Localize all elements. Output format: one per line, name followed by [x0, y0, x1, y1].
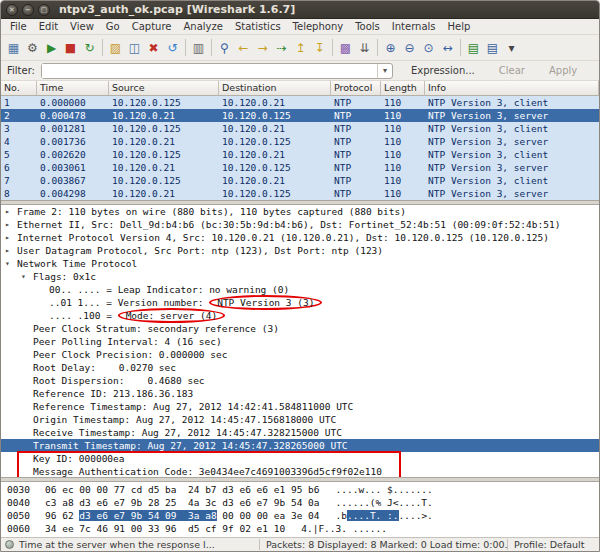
- save-as-button[interactable]: ◫: [125, 37, 144, 58]
- open-file-button[interactable]: ▨: [106, 37, 125, 58]
- packet-row[interactable]: 40.00173610.120.0.2110.120.0.125NTP110NT…: [1, 135, 599, 148]
- menu-item-help[interactable]: Help: [442, 20, 477, 33]
- expander-expanded-icon[interactable]: ▾: [21, 272, 33, 281]
- packet-cell-source: 10.120.0.125: [109, 148, 219, 161]
- menu-item-statistics[interactable]: Statistics: [229, 20, 287, 33]
- go-to-packet-button[interactable]: ⇢: [272, 37, 291, 58]
- reload-button[interactable]: ↺: [163, 37, 182, 58]
- menu-item-analyze[interactable]: Analyze: [177, 20, 228, 33]
- maximize-button[interactable]: ▢: [38, 4, 50, 16]
- minimize-button[interactable]: −: [22, 4, 34, 16]
- menu-item-edit[interactable]: Edit: [33, 20, 64, 33]
- detail-line[interactable]: Peer Polling Interval: 4 (16 sec): [1, 335, 599, 348]
- expander-collapsed-icon[interactable]: ▸: [5, 207, 17, 216]
- column-header-time[interactable]: Time: [37, 81, 109, 96]
- detail-line[interactable]: ▸Frame 2: 110 bytes on wire (880 bits), …: [1, 205, 599, 218]
- hex-row[interactable]: 005096 62 d3 e6 e7 9b 54 09 3a a8 00 00 …: [7, 510, 599, 523]
- detail-line[interactable]: Root Dispersion: 0.4680 sec: [1, 374, 599, 387]
- zoom-out-button[interactable]: ⊖: [400, 37, 419, 58]
- column-header-length[interactable]: Length: [381, 81, 425, 96]
- column-header-source[interactable]: Source: [109, 81, 219, 96]
- detail-line[interactable]: Reference ID: 213.186.36.183: [1, 387, 599, 400]
- colorize-button[interactable]: ▩: [336, 37, 355, 58]
- go-back-button[interactable]: ←: [234, 37, 253, 58]
- clear-button[interactable]: Clear: [499, 65, 525, 76]
- expander-collapsed-icon[interactable]: ▸: [5, 246, 17, 255]
- detail-line[interactable]: ▸User Datagram Protocol, Src Port: ntp (…: [1, 244, 599, 257]
- go-to-bottom-button[interactable]: ↧: [310, 37, 329, 58]
- capture-options-button[interactable]: ⚙: [23, 37, 42, 58]
- detail-line[interactable]: Receive Timestamp: Aug 27, 2012 14:45:47…: [1, 426, 599, 439]
- close-button[interactable]: ✕: [6, 4, 18, 16]
- expander-expanded-icon[interactable]: ▾: [5, 259, 17, 268]
- column-header-info[interactable]: Info: [425, 81, 599, 96]
- auto-scroll-button[interactable]: ⇊: [355, 37, 374, 58]
- packet-cell-protocol: NTP: [331, 135, 381, 148]
- filter-dropdown-button[interactable]: ▾: [377, 64, 392, 78]
- packet-row[interactable]: 50.00262010.120.0.12510.120.0.21NTP110NT…: [1, 148, 599, 161]
- detail-line[interactable]: Message Authentication Code: 3e0434ee7c4…: [1, 465, 599, 478]
- status-profile[interactable]: Profile: Default: [507, 539, 599, 550]
- packet-row[interactable]: 80.00429810.120.0.2110.120.0.125NTP110NT…: [1, 187, 599, 200]
- menu-item-capture[interactable]: Capture: [126, 20, 178, 33]
- menu-item-tools[interactable]: Tools: [349, 20, 386, 33]
- display-filters-button[interactable]: ▤: [483, 37, 502, 58]
- apply-button[interactable]: Apply: [549, 65, 577, 76]
- hex-row[interactable]: 006034 ee 7c 46 91 00 33 96 d5 cf 9f 02 …: [7, 523, 599, 536]
- menu-item-file[interactable]: File: [4, 20, 33, 33]
- list-interfaces-button[interactable]: ▦: [4, 37, 23, 58]
- detail-line[interactable]: Peer Clock Stratum: secondary reference …: [1, 322, 599, 335]
- packet-row[interactable]: 20.00047810.120.0.2110.120.0.125NTP110NT…: [1, 109, 599, 122]
- zoom-in-button[interactable]: ⊕: [381, 37, 400, 58]
- detail-line[interactable]: 00.. .... = Leap Indicator: no warning (…: [1, 283, 599, 296]
- go-forward-button[interactable]: →: [253, 37, 272, 58]
- menu-item-telephony[interactable]: Telephony: [287, 20, 350, 33]
- detail-line[interactable]: Reference Timestamp: Aug 27, 2012 14:42:…: [1, 400, 599, 413]
- capture-filters-button[interactable]: ▤: [464, 37, 483, 58]
- filter-input[interactable]: [42, 64, 377, 78]
- column-header-protocol[interactable]: Protocol: [331, 81, 381, 96]
- expander-collapsed-icon[interactable]: ▸: [5, 220, 17, 229]
- close-file-button[interactable]: ✖: [144, 37, 163, 58]
- detail-line[interactable]: Key ID: 000000ea: [1, 452, 599, 465]
- detail-line[interactable]: ..01 1... = Version number: NTP Version …: [1, 296, 599, 309]
- detail-line[interactable]: .... .100 = Mode: server (4): [1, 309, 599, 322]
- detail-line[interactable]: Root Delay: 0.0270 sec: [1, 361, 599, 374]
- detail-line[interactable]: ▾Flags: 0x1c: [1, 270, 599, 283]
- packet-row[interactable]: 60.00306110.120.0.2110.120.0.125NTP110NT…: [1, 161, 599, 174]
- packet-cell-destination: 10.120.0.21: [219, 148, 331, 161]
- packet-row[interactable]: 30.00128110.120.0.12510.120.0.21NTP110NT…: [1, 122, 599, 135]
- hex-row[interactable]: 003006 ec 00 00 77 cd d5 ba 24 b7 d3 e6 …: [7, 484, 599, 497]
- hex-row[interactable]: 0040c3 a8 d3 e6 e7 9b 28 25 4a 3c d3 e6 …: [7, 497, 599, 510]
- packet-cell-protocol: NTP: [331, 122, 381, 135]
- start-capture-button[interactable]: ▶: [42, 37, 61, 58]
- expert-info-icon[interactable]: [5, 540, 14, 549]
- detail-line[interactable]: ▸Ethernet II, Src: Dell_9d:b4:b6 (bc:30:…: [1, 218, 599, 231]
- column-header-no[interactable]: No.: [1, 81, 37, 96]
- resize-columns-icon: ↔: [442, 41, 452, 55]
- resize-columns-button[interactable]: ↔: [438, 37, 457, 58]
- stop-capture-button[interactable]: ■: [61, 37, 80, 58]
- find-packet-button[interactable]: ⚲: [215, 37, 234, 58]
- packet-row[interactable]: 70.00386710.120.0.12510.120.0.21NTP110NT…: [1, 174, 599, 187]
- detail-line[interactable]: Origin Timestamp: Aug 27, 2012 14:45:47.…: [1, 413, 599, 426]
- detail-line[interactable]: Transmit Timestamp: Aug 27, 2012 14:45:4…: [1, 439, 599, 452]
- packet-row[interactable]: 10.00000010.120.0.12510.120.0.21NTP110NT…: [1, 96, 599, 109]
- zoom-normal-icon: ⊙: [423, 41, 433, 55]
- column-header-destination[interactable]: Destination: [219, 81, 331, 96]
- detail-line[interactable]: Peer Clock Precision: 0.000000 sec: [1, 348, 599, 361]
- expression-button[interactable]: Expression...: [411, 65, 475, 76]
- restart-capture-button[interactable]: ↻: [80, 37, 99, 58]
- menu-item-view[interactable]: View: [64, 20, 100, 33]
- detail-line[interactable]: ▸Internet Protocol Version 4, Src: 10.12…: [1, 231, 599, 244]
- toolbar-overflow-button[interactable]: ▾: [502, 37, 521, 58]
- expander-collapsed-icon[interactable]: ▸: [5, 233, 17, 242]
- packet-list-pane: No.TimeSourceDestinationProtocolLengthIn…: [1, 81, 599, 201]
- title-bar[interactable]: ✕ − ▢ ntpv3_auth_ok.pcap [Wireshark 1.6.…: [1, 1, 599, 19]
- detail-line[interactable]: ▾Network Time Protocol: [1, 257, 599, 270]
- menu-item-go[interactable]: Go: [100, 20, 126, 33]
- menu-item-internals[interactable]: Internals: [386, 20, 442, 33]
- go-to-top-button[interactable]: ↥: [291, 37, 310, 58]
- print-button[interactable]: ▥: [189, 37, 208, 58]
- zoom-normal-button[interactable]: ⊙: [419, 37, 438, 58]
